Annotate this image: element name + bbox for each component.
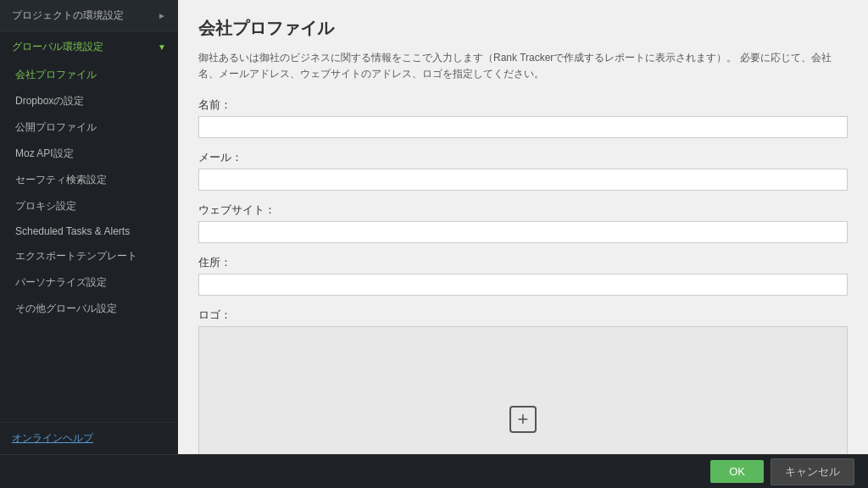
online-help-link[interactable]: オンラインヘルプ (12, 432, 93, 444)
form-group-name: 名前： (198, 97, 848, 138)
sidebar: プロジェクトの環境設定 ► グローバル環境設定 ▼ 会社プロファイルDropbo… (0, 0, 178, 454)
form-label-logo: ロゴ： (198, 308, 848, 323)
sidebar-item-dropbox[interactable]: Dropboxの設定 (0, 88, 178, 114)
sidebar-footer: オンラインヘルプ (0, 422, 178, 454)
sidebar-global-settings-header[interactable]: グローバル環境設定 ▼ (0, 32, 178, 62)
form-group-email: メール： (198, 150, 848, 191)
sidebar-item-public-profile[interactable]: 公開プロファイル (0, 114, 178, 141)
form-label-name: 名前： (198, 97, 848, 113)
form-label-address: 住所： (198, 255, 848, 270)
ok-button[interactable]: OK (710, 460, 764, 483)
chevron-down-icon: ▼ (158, 42, 166, 52)
sidebar-project-settings-label: プロジェクトの環境設定 (12, 8, 124, 23)
logo-upload-area[interactable]: + (198, 326, 848, 454)
add-logo-icon: + (509, 406, 537, 433)
form-input-website[interactable] (198, 221, 848, 243)
form-group-website: ウェブサイト： (198, 202, 848, 243)
content-area: 会社プロファイル 御社あるいは御社のビジネスに関する情報をここで入力します（Ra… (178, 0, 868, 454)
page-description: 御社あるいは御社のビジネスに関する情報をここで入力します（Rank Tracke… (198, 50, 848, 82)
form-group-logo: ロゴ： + (198, 308, 848, 454)
sidebar-item-scheduled-tasks[interactable]: Scheduled Tasks & Alerts (0, 219, 178, 243)
chevron-right-icon: ► (158, 11, 166, 20)
form-input-address[interactable] (198, 274, 848, 296)
form-label-email: メール： (198, 150, 848, 165)
form-input-name[interactable] (198, 116, 848, 138)
sidebar-item-safety-search[interactable]: セーフティ検索設定 (0, 167, 178, 193)
sidebar-project-settings[interactable]: プロジェクトの環境設定 ► (0, 0, 178, 32)
sidebar-item-export-template[interactable]: エクスポートテンプレート (0, 243, 178, 269)
page-title: 会社プロファイル (198, 17, 848, 40)
form-input-email[interactable] (198, 169, 848, 191)
sidebar-item-proxy[interactable]: プロキシ設定 (0, 193, 178, 219)
sidebar-nav-list: 会社プロファイルDropboxの設定公開プロファイルMoz API設定セーフティ… (0, 62, 178, 322)
form-group-address: 住所： (198, 255, 848, 296)
sidebar-item-company-profile[interactable]: 会社プロファイル (0, 62, 178, 88)
sidebar-item-personalize[interactable]: パーソナライズ設定 (0, 269, 178, 296)
sidebar-global-settings-label: グローバル環境設定 (12, 40, 103, 54)
sidebar-item-moz-api[interactable]: Moz API設定 (0, 141, 178, 167)
main-content: 会社プロファイル 御社あるいは御社のビジネスに関する情報をここで入力します（Ra… (178, 0, 868, 454)
form-label-website: ウェブサイト： (198, 202, 848, 218)
footer-bar: OK キャンセル (0, 454, 868, 488)
sidebar-item-other-global[interactable]: その他グローバル設定 (0, 296, 178, 322)
cancel-button[interactable]: キャンセル (771, 458, 854, 485)
